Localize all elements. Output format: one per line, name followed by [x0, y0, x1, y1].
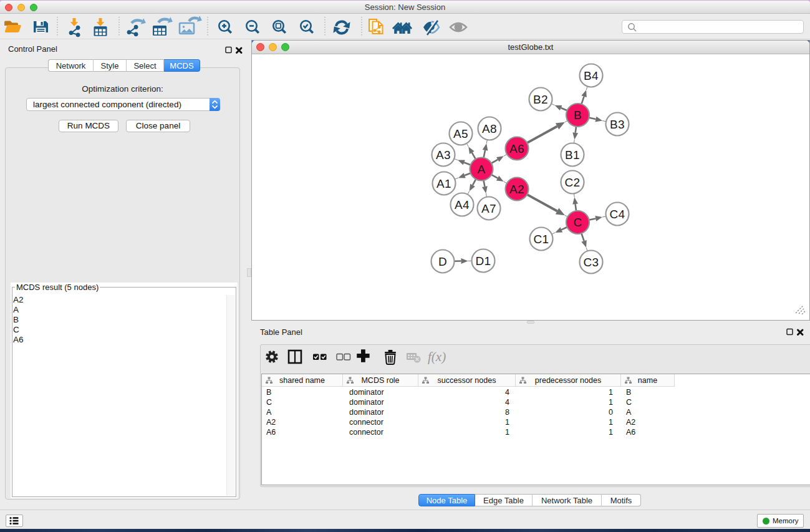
svg-text:A1: A1	[436, 177, 451, 190]
svg-text:D: D	[438, 255, 447, 268]
svg-text:A4: A4	[455, 198, 470, 211]
svg-text:D1: D1	[476, 254, 491, 268]
svg-text:B1: B1	[565, 148, 580, 162]
svg-text:B2: B2	[533, 93, 548, 106]
svg-text:C: C	[573, 216, 582, 229]
svg-text:A7: A7	[481, 202, 496, 215]
svg-text:C1: C1	[534, 233, 549, 246]
svg-text:C4: C4	[610, 208, 625, 221]
svg-text:B4: B4	[584, 69, 599, 82]
svg-text:A3: A3	[436, 148, 451, 162]
svg-text:A2: A2	[509, 183, 524, 196]
svg-text:A: A	[478, 163, 486, 176]
svg-text:B: B	[574, 109, 582, 122]
svg-text:C2: C2	[565, 176, 581, 189]
svg-text:B3: B3	[610, 118, 625, 131]
svg-text:A5: A5	[453, 127, 468, 140]
svg-text:C3: C3	[584, 256, 599, 269]
svg-text:A8: A8	[482, 122, 497, 135]
svg-text:A6: A6	[509, 142, 524, 155]
svg-text:f(x): f(x)	[428, 349, 446, 364]
